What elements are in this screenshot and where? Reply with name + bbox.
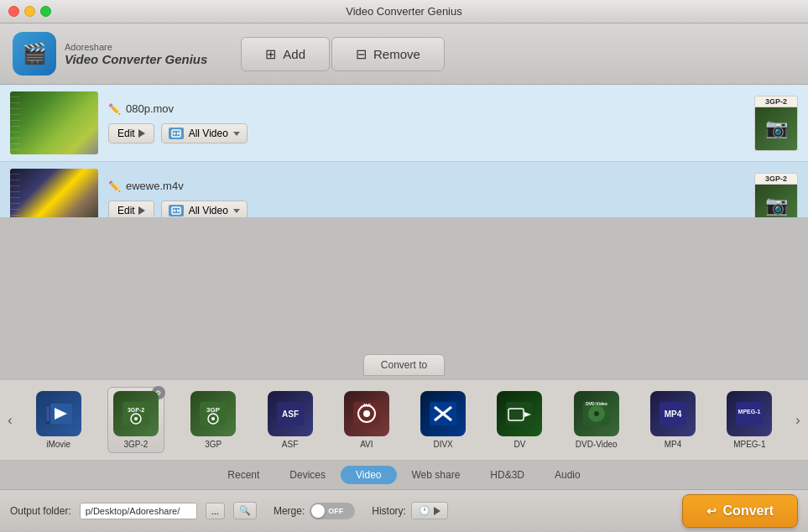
edit-button[interactable]: Edit xyxy=(108,123,154,143)
format-badge-image: 📷 xyxy=(754,185,798,217)
merge-section: Merge: OFF xyxy=(274,503,355,519)
format-label-mp4: MP4 xyxy=(665,440,682,449)
pencil-icon: ✏️ xyxy=(108,103,121,115)
browse-button[interactable]: ... xyxy=(206,503,225,519)
camera-icon: 📷 xyxy=(765,195,788,216)
dropdown-arrow-icon xyxy=(233,132,240,136)
maximize-button[interactable] xyxy=(40,6,51,17)
svg-text:MPEG-1: MPEG-1 xyxy=(738,409,761,415)
format-icon xyxy=(169,205,184,216)
edit-label: Edit xyxy=(117,128,135,139)
output-path-field[interactable]: p/Desktop/Adoreshare/ xyxy=(80,503,197,519)
edit-button[interactable]: Edit xyxy=(108,201,154,217)
play-next-icon xyxy=(434,507,440,515)
format-icon-avi: AVI xyxy=(344,391,389,436)
minimize-button[interactable] xyxy=(24,6,35,17)
history-section: History: 🕐 xyxy=(372,502,448,519)
svg-point-12 xyxy=(134,417,138,420)
format-icon-imovie xyxy=(36,391,81,436)
format-item-asf[interactable]: ASF ASF xyxy=(263,388,318,452)
file-name: ✏️ ewewe.m4v xyxy=(108,180,744,192)
add-button[interactable]: ⊞ Add xyxy=(241,37,330,71)
format-item-3gp2[interactable]: ⚙ 3GP-2 3GP-2 xyxy=(107,387,164,453)
format-item-3gp[interactable]: 3GP 3GP xyxy=(185,388,241,452)
tab-hd3d-label: HD&3D xyxy=(490,469,524,481)
file-item: ✏️ 080p.mov Edit All Video xyxy=(0,85,808,162)
bottom-panel: Convert to ‹ iMovie xyxy=(0,349,808,531)
convert-button[interactable]: ↩ Convert xyxy=(682,494,798,528)
category-tabs: Recent Devices Video Web share HD&3D Aud… xyxy=(0,461,808,489)
file-name-text: ewewe.m4v xyxy=(126,180,184,192)
format-items: iMovie ⚙ 3GP-2 3GP-2 xyxy=(20,387,788,453)
svg-text:AVI: AVI xyxy=(362,403,371,408)
format-item-divx[interactable]: DIVX xyxy=(415,388,471,452)
history-button[interactable]: 🕐 xyxy=(411,502,448,519)
close-button[interactable] xyxy=(8,6,19,17)
tab-audio-label: Audio xyxy=(555,469,581,481)
format-icon-dv xyxy=(497,391,542,436)
format-icon-3gp: 3GP xyxy=(190,391,236,436)
svg-point-1 xyxy=(173,133,175,135)
format-select[interactable]: All Video xyxy=(161,201,248,217)
main-content: ✏️ 080p.mov Edit All Video xyxy=(0,85,808,531)
empty-space xyxy=(0,217,808,350)
file-name: ✏️ 080p.mov xyxy=(108,102,744,115)
next-arrow[interactable]: › xyxy=(788,391,808,450)
window-controls[interactable] xyxy=(8,6,51,17)
svg-text:ASF: ASF xyxy=(282,409,299,419)
title-bar: Video Converter Genius xyxy=(0,0,808,23)
convert-to-tab: Convert to xyxy=(363,354,445,376)
format-icon xyxy=(169,128,184,139)
toggle-off-label: OFF xyxy=(328,507,343,515)
format-item-imovie[interactable]: iMovie xyxy=(31,388,86,452)
svg-point-3 xyxy=(173,210,175,212)
format-item-mp4[interactable]: MP4 MP4 xyxy=(645,388,701,452)
prev-arrow[interactable]: ‹ xyxy=(0,391,20,450)
format-label-3gp: 3GP xyxy=(205,440,222,449)
file-format-badge: 3GP-2 📷 xyxy=(754,96,798,151)
tab-audio[interactable]: Audio xyxy=(540,466,596,484)
file-list: ✏️ 080p.mov Edit All Video xyxy=(0,85,808,217)
tab-webshare-label: Web share xyxy=(412,469,461,481)
format-badge-label: 3GP-2 xyxy=(754,96,798,107)
logo-text: Adoreshare Video Converter Genius xyxy=(65,42,207,66)
remove-button[interactable]: ⊟ Remove xyxy=(331,37,445,71)
tab-video[interactable]: Video xyxy=(341,466,396,484)
play-arrow-icon xyxy=(138,129,145,138)
format-icon-asf: ASF xyxy=(268,391,313,436)
window-title: Video Converter Genius xyxy=(346,5,462,18)
svg-text:MP4: MP4 xyxy=(665,409,682,419)
app-icon: 🎬 xyxy=(13,32,56,76)
history-icon: 🕐 xyxy=(419,505,430,516)
output-folder-label: Output folder: xyxy=(10,505,71,517)
format-item-dvd[interactable]: DVD-Video DVD-Video xyxy=(569,388,624,452)
format-item-mpeg1[interactable]: MPEG-1 MPEG-1 xyxy=(722,388,777,452)
format-label: All Video xyxy=(189,205,228,216)
file-info: ✏️ 080p.mov Edit All Video xyxy=(108,102,744,143)
svg-rect-6 xyxy=(45,404,50,424)
merge-toggle[interactable]: OFF xyxy=(310,503,355,519)
format-label-mpeg1: MPEG-1 xyxy=(733,440,765,449)
search-folder-button[interactable]: 🔍 xyxy=(233,502,257,519)
tab-devices[interactable]: Devices xyxy=(274,466,341,484)
tab-video-label: Video xyxy=(356,469,381,481)
format-icon-divx xyxy=(420,391,466,436)
format-label-3gp2: 3GP-2 xyxy=(123,440,148,449)
format-item-avi[interactable]: AVI AVI xyxy=(339,388,394,452)
tab-webshare[interactable]: Web share xyxy=(397,466,476,484)
file-controls: Edit All Video xyxy=(108,123,744,143)
tab-recent[interactable]: Recent xyxy=(212,466,274,484)
header-buttons: ⊞ Add ⊟ Remove xyxy=(241,37,445,71)
format-label-dvd: DVD-Video xyxy=(576,440,618,449)
tab-hd3d[interactable]: HD&3D xyxy=(475,466,540,484)
pencil-icon: ✏️ xyxy=(108,180,121,192)
footer: Output folder: p/Desktop/Adoreshare/ ...… xyxy=(0,489,808,531)
svg-text:3GP-2: 3GP-2 xyxy=(128,407,144,413)
history-label: History: xyxy=(372,505,406,517)
format-badge-label: 3GP-2 xyxy=(754,173,798,185)
format-select[interactable]: All Video xyxy=(161,123,248,143)
svg-point-16 xyxy=(211,417,215,420)
remove-label: Remove xyxy=(373,47,420,61)
file-name-text: 080p.mov xyxy=(126,102,174,115)
format-item-dv[interactable]: DV xyxy=(492,388,547,452)
